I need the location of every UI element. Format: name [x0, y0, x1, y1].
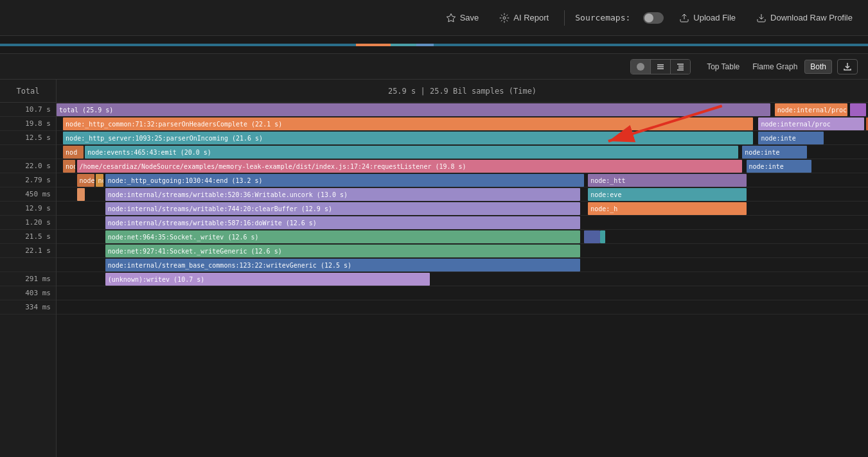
flame-block-unknown-writev[interactable]: (unknown):writev (10.7 s): [105, 273, 430, 286]
toolbar-divider: [564, 10, 565, 26]
main-content: Total 10.7 s 19.8 s 12.5 s 22.0 s 2.79 s…: [0, 80, 868, 457]
flame-row-total: total (25.9 s) node:internal/proc: [57, 103, 868, 117]
flame-block-uncork-right[interactable]: node:eve: [588, 188, 746, 201]
flame-block-index-right[interactable]: node:inte: [747, 160, 811, 173]
total-row: 10.7 s: [0, 103, 56, 117]
flame-block-clearbuffer[interactable]: node:internal/streams/writable:744:20:cl…: [105, 202, 580, 215]
upload-file-button[interactable]: Upload File: [674, 10, 741, 26]
flame-block-mini-blue[interactable]: [584, 230, 600, 243]
flame-row-13: [57, 286, 868, 300]
svg-point-4: [637, 63, 644, 71]
flame-block-salmon-sm[interactable]: [77, 188, 85, 201]
flame-block-events-right[interactable]: node:inte: [742, 146, 807, 159]
flame-block-node-sm3[interactable]: node:: [77, 174, 95, 187]
flame-block-http-server-right[interactable]: node:inte: [758, 132, 823, 144]
flame-block-http-outgoing-right[interactable]: node:_htt: [588, 174, 746, 187]
flame-block-total[interactable]: total (25.9 s): [57, 103, 770, 116]
export-btn[interactable]: [837, 59, 858, 74]
flame-block-http-server[interactable]: node:_http_server:1093:25:parserOnIncomi…: [63, 132, 753, 144]
total-row: 22.1 s: [0, 244, 56, 258]
download-raw-label: Download Raw Profile: [770, 13, 853, 22]
flame-row-5: node: nod node:_http_outgoing:1030:44:en…: [57, 173, 868, 187]
flame-graph-btn[interactable]: Flame Graph: [747, 60, 803, 74]
total-row: [0, 145, 56, 159]
flame-row-11: node:internal/stream_base_commons:123:22…: [57, 258, 868, 272]
total-column: Total 10.7 s 19.8 s 12.5 s 22.0 s 2.79 s…: [0, 80, 57, 457]
svg-point-1: [503, 17, 506, 19]
total-row: 291 ms: [0, 272, 56, 286]
flame-row-7: node:internal/streams/writable:744:20:cl…: [57, 202, 868, 216]
flame-row-12: (unknown):writev (10.7 s): [57, 272, 868, 286]
timeline-segment-blue: [416, 44, 434, 46]
timeline-track: [0, 44, 868, 46]
total-header: Total: [0, 80, 56, 103]
flame-row-2: node:_http_server:1093:25:parserOnIncomi…: [57, 131, 868, 145]
view-toggle-group: [630, 59, 691, 74]
upload-file-label: Upload File: [693, 13, 736, 22]
flame-row-4: nod /home/cesardiaz/NodeSource/examples/…: [57, 159, 868, 173]
view-list-flat-btn[interactable]: [651, 60, 671, 74]
save-button[interactable]: Save: [441, 10, 484, 26]
flame-block-dowrite[interactable]: node:internal/streams/writable:587:16:do…: [105, 216, 580, 229]
sourcemaps-label: Sourcemaps:: [575, 13, 630, 22]
flame-row-1: node:_http_common:71:32:parserOnHeadersC…: [57, 117, 868, 131]
total-row: 19.8 s: [0, 117, 56, 131]
flame-row-14: [57, 300, 868, 315]
total-row: 12.5 s: [0, 131, 56, 145]
toolbar: Save AI Report Sourcemaps: Upload File D…: [0, 0, 868, 36]
flame-header: 25.9 s | 25.9 Bil samples (Time): [57, 80, 868, 103]
view-list-nested-btn[interactable]: [671, 60, 690, 74]
flame-block-nod-sm2[interactable]: nod: [63, 160, 75, 173]
flame-block-node-sm[interactable]: nod: [63, 146, 84, 159]
top-table-btn[interactable]: Top Table: [701, 60, 745, 74]
total-row: [0, 258, 56, 272]
total-row: 22.0 s: [0, 159, 56, 173]
sourcemaps-toggle[interactable]: [643, 12, 664, 24]
flame-row-8: node:internal/streams/writable:587:16:do…: [57, 216, 868, 230]
flame-block-total-right[interactable]: node:internal/proc: [775, 103, 848, 116]
ai-report-button[interactable]: AI Report: [494, 10, 554, 26]
save-label: Save: [460, 13, 479, 22]
total-row: 450 ms: [0, 187, 56, 202]
controls-bar: Top Table Flame Graph Both: [0, 54, 868, 80]
total-row: 1.20 s: [0, 216, 56, 230]
flame-block-http-common[interactable]: node:_http_common:71:32:parserOnHeadersC…: [63, 117, 753, 130]
flame-block-events[interactable]: node:events:465:43:emit (20.0 s): [85, 146, 738, 159]
flame-block-index[interactable]: /home/cesardiaz/NodeSource/examples/memo…: [77, 160, 743, 173]
flame-block-mini-teal[interactable]: [600, 230, 605, 243]
flame-block-writevgeneric[interactable]: node:internal/stream_base_commons:123:22…: [105, 259, 580, 272]
flame-block-writegeneric[interactable]: node:net:927:41:Socket._writeGeneric (12…: [105, 245, 580, 257]
download-raw-button[interactable]: Download Raw Profile: [751, 10, 858, 26]
flame-block-http-outgoing[interactable]: node:_http_outgoing:1030:44:end (13.2 s): [105, 174, 584, 187]
timeline-segment-teal: [391, 44, 417, 46]
total-row: 403 ms: [0, 286, 56, 300]
flame-row-9: node:net:964:35:Socket._writev (12.6 s): [57, 230, 868, 244]
svg-marker-0: [447, 13, 455, 22]
total-row: 12.9 s: [0, 202, 56, 216]
view-circle-btn[interactable]: [631, 60, 651, 74]
flame-block-nod-tiny[interactable]: nod: [96, 174, 104, 187]
timeline-bar[interactable]: [0, 36, 868, 54]
flame-row-3: nod node:events:465:43:emit (20.0 s) nod…: [57, 145, 868, 159]
flame-row-6: node:internal/streams/writable:520:36:Wr…: [57, 187, 868, 202]
total-row: 334 ms: [0, 300, 56, 315]
flame-block-uncork[interactable]: node:internal/streams/writable:520:36:Wr…: [105, 188, 580, 201]
flame-content[interactable]: total (25.9 s) node:internal/proc node:_…: [57, 103, 868, 457]
timeline-segment-orange: [356, 44, 391, 46]
flame-block-http-common-right[interactable]: node:internal/proc: [758, 117, 864, 130]
flame-row-10: node:net:927:41:Socket._writeGeneric (12…: [57, 244, 868, 258]
flame-block-total-far-right[interactable]: [850, 103, 866, 116]
total-row: 21.5 s: [0, 230, 56, 244]
flame-area: 25.9 s | 25.9 Bil samples (Time) total (…: [57, 80, 868, 457]
view-label-group: Top Table Flame Graph Both: [701, 60, 832, 74]
flame-block-clearbuffer-right[interactable]: node:_h: [588, 202, 746, 215]
total-row: 2.79 s: [0, 173, 56, 187]
both-btn[interactable]: Both: [804, 60, 832, 74]
flame-block-writev[interactable]: node:net:964:35:Socket._writev (12.6 s): [105, 230, 580, 243]
ai-report-label: AI Report: [513, 13, 549, 22]
